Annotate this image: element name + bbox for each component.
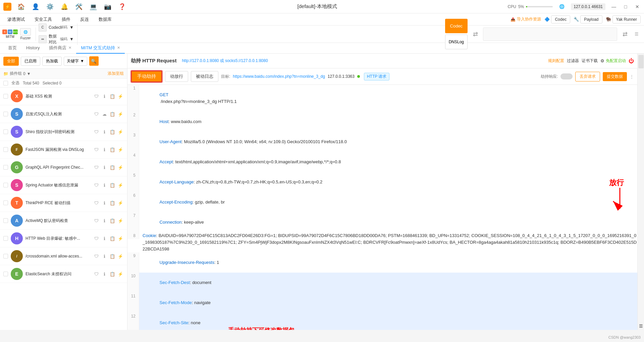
payload-menu-btn[interactable]: Payload [580, 15, 602, 23]
more-options-icon[interactable]: ⋮ [630, 74, 634, 79]
menu-pentest[interactable]: 渗透测试 [3, 15, 29, 24]
tab-plugin-store-close[interactable]: ✕ [68, 46, 71, 50]
cert-btn[interactable]: 证书下载 [582, 58, 598, 64]
info-icon[interactable]: ℹ [101, 199, 108, 206]
copy-icon[interactable]: 📋 [109, 235, 116, 242]
mitm-tool[interactable]: X W WS MITM [3, 27, 17, 41]
info-icon[interactable]: ℹ [101, 217, 108, 224]
help-icon[interactable]: ❓ [117, 2, 127, 11]
bolt-icon[interactable]: ⚡ [117, 164, 124, 171]
info-icon[interactable]: ℹ [101, 128, 108, 135]
dnslog-button[interactable]: DNSLog [445, 35, 468, 49]
auto-passthrough-btn[interactable]: 动放行 [165, 71, 188, 82]
copy-icon[interactable]: 📋 [109, 146, 116, 153]
copy-icon[interactable]: 📋 [109, 182, 116, 188]
item-checkbox[interactable] [3, 218, 8, 223]
item-checkbox[interactable] [3, 112, 8, 116]
shield-icon[interactable]: 🛡 [93, 128, 100, 135]
item-checkbox[interactable] [3, 254, 8, 259]
shield-icon[interactable]: 🛡 [93, 111, 100, 117]
info-icon[interactable]: ℹ [101, 146, 108, 153]
editor-content[interactable]: 1 GET /index.php?tn=monline_3_dg HTTP/1.… [127, 85, 637, 330]
rule-config-btn[interactable]: 规则配置 [548, 58, 564, 64]
info-icon[interactable]: ℹ [101, 93, 108, 100]
cloud-icon[interactable]: ☁ [101, 111, 108, 117]
right-scroll[interactable] [638, 55, 644, 68]
filter-hotload[interactable]: 热加载 [42, 57, 62, 66]
copy-icon[interactable]: 📋 [109, 253, 116, 260]
menu-reverse[interactable]: 反连 [76, 15, 93, 24]
filter-all[interactable]: 全部 [3, 57, 19, 66]
shield-icon[interactable]: 🛡 [93, 182, 100, 188]
bolt-icon[interactable]: ⚡ [117, 146, 124, 153]
filter-enabled[interactable]: 已启用 [21, 57, 40, 66]
tools-icon[interactable]: 🛠️ [74, 2, 84, 11]
copy-icon[interactable]: 📋 [109, 93, 116, 100]
search-button[interactable]: 🔍 [89, 56, 99, 66]
shield-icon[interactable]: 🛡 [93, 164, 100, 171]
settings-icon[interactable]: ⚙️ [45, 2, 55, 11]
bolt-icon[interactable]: ⚡ [117, 111, 124, 117]
bell-icon[interactable]: 🔔 [60, 2, 69, 11]
codec-menu-btn[interactable]: Codec [551, 15, 570, 23]
codec-big-button[interactable]: Codec [445, 19, 468, 33]
shield-icon[interactable]: 🛡 [93, 253, 100, 260]
terminal-icon[interactable]: 💻 [89, 2, 98, 11]
decode-label[interactable]: 解码 [60, 25, 67, 30]
tab-mitm-close[interactable]: ✕ [117, 46, 120, 50]
shield-icon[interactable]: 🛡 [93, 199, 100, 206]
copy-icon[interactable]: 📋 [109, 271, 116, 277]
intercept-toggle[interactable] [560, 73, 573, 79]
info-icon[interactable]: ℹ [101, 253, 108, 260]
shield-icon[interactable]: 🛡 [93, 146, 100, 153]
user-icon[interactable]: 👤 [31, 2, 40, 11]
bolt-icon[interactable]: ⚡ [117, 182, 124, 188]
copy-icon[interactable]: 📋 [109, 217, 116, 224]
menu-expand-icon[interactable]: ☰ [638, 323, 644, 329]
yak-runner-btn[interactable]: Yak Runner [612, 15, 641, 23]
shield-icon[interactable]: 🛡 [93, 271, 100, 277]
encode-label[interactable]: 编码 [60, 37, 67, 42]
tab-mitm[interactable]: MITM 交互式劫持 ✕ [76, 43, 125, 54]
shield-icon[interactable]: 🛡 [93, 217, 100, 224]
bolt-icon[interactable]: ⚡ [117, 253, 124, 260]
overflow-menu[interactable]: ☰ [633, 32, 641, 37]
filter-keyword[interactable]: 关键字 ▼ [64, 57, 87, 66]
bolt-icon[interactable]: ⚡ [117, 217, 124, 224]
menu-plugins[interactable]: 插件 [58, 15, 74, 24]
bolt-icon[interactable]: ⚡ [117, 93, 124, 100]
item-checkbox[interactable] [3, 94, 8, 99]
bolt-icon[interactable]: ⚡ [117, 128, 124, 135]
add-group-btn[interactable]: 添加至组 [108, 71, 124, 76]
bolt-icon[interactable]: ⚡ [117, 199, 124, 206]
passive-log-btn[interactable]: 被动日志 [191, 71, 218, 82]
transfer-arrow[interactable]: ⇄ [470, 31, 480, 38]
abandon-btn[interactable]: 丢弃请求 [575, 72, 600, 81]
submit-btn[interactable]: 提交数据 [603, 72, 627, 81]
bolt-icon[interactable]: ⚡ [117, 271, 124, 277]
tab-history[interactable]: History [21, 43, 44, 53]
camera-icon[interactable]: 📷 [103, 2, 112, 11]
tab-plugin-store[interactable]: 插件商店 ✕ [44, 43, 76, 54]
item-checkbox[interactable] [3, 183, 8, 187]
menu-database[interactable]: 数据库 [95, 15, 116, 24]
select-all-checkbox[interactable] [3, 81, 8, 86]
minimize-btn[interactable]: — [610, 3, 617, 10]
copy-icon[interactable]: 📋 [109, 128, 116, 135]
import-btn[interactable]: 📤 导入协作资源 [511, 16, 541, 22]
copy-icon[interactable]: 📋 [109, 199, 116, 206]
home-icon[interactable]: 🏠 [16, 2, 26, 11]
fuzzer-tool[interactable]: 🌐 Fuzzer [19, 28, 32, 40]
menu-security-tools[interactable]: 安全工具 [31, 15, 56, 24]
item-checkbox[interactable] [3, 201, 8, 205]
copy-icon[interactable]: 📋 [109, 111, 116, 117]
item-checkbox[interactable] [3, 165, 8, 170]
config-start-btn[interactable]: 免配置启动 [606, 58, 626, 64]
maximize-btn[interactable]: □ [622, 3, 629, 10]
target-url[interactable]: https://www.baidu.com/index.php?tn=monli… [233, 74, 325, 79]
info-icon[interactable]: ℹ [101, 164, 108, 171]
info-icon[interactable]: ℹ [101, 182, 108, 188]
shield-icon[interactable]: 🛡 [93, 235, 100, 242]
transfer-arrow2[interactable]: ⇄ [620, 31, 630, 38]
item-checkbox[interactable] [3, 236, 8, 241]
